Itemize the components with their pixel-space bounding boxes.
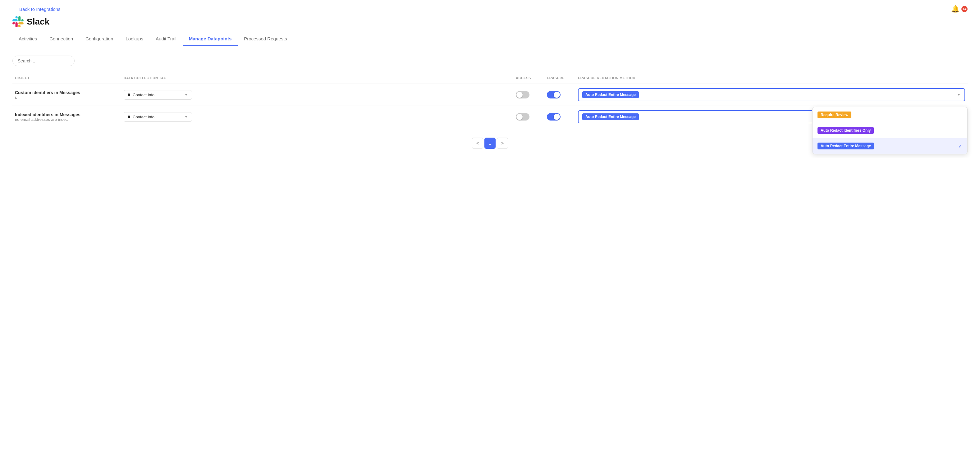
- row2-label: Indexed identifiers in Messages: [15, 112, 119, 117]
- logo-text: Slack: [27, 17, 49, 27]
- row1-access-toggle-knob: [516, 92, 523, 98]
- col-header-tag: DATA COLLECTION TAG: [121, 76, 513, 80]
- row1-erasure-method-cell: Auto Redact Entire Message ▼ Require Rev…: [576, 88, 967, 101]
- row2-object: Indexed identifiers in Messages nd email…: [13, 112, 121, 122]
- tab-configuration[interactable]: Configuration: [79, 32, 119, 46]
- row1-object: Custom identifiers in Messages r.: [13, 90, 121, 100]
- dropdown-option-auto-redact-identifiers[interactable]: Auto Redact Identifiers Only: [813, 123, 967, 138]
- row2-tag-chevron-icon: ▼: [184, 114, 188, 119]
- row1-erasure-toggle-knob: [554, 92, 560, 98]
- logo-area: Slack: [0, 13, 980, 32]
- notification-area: 🔔 14: [951, 5, 967, 13]
- row2-tag-dropdown[interactable]: Contact Info ▼: [124, 112, 192, 122]
- dropdown-option-auto-redact-message[interactable]: Auto Redact Entire Message ✓: [813, 138, 967, 154]
- tab-activities[interactable]: Activities: [13, 32, 43, 46]
- row1-tag-dropdown[interactable]: Contact Info ▼: [124, 90, 192, 100]
- col-header-access: ACCESS: [513, 76, 544, 80]
- tag-dot-icon: [128, 94, 130, 96]
- row1-access-cell: [513, 91, 544, 99]
- row2-erasure-toggle-knob: [554, 114, 560, 120]
- col-header-erasure-method: ERASURE REDACTION METHOD: [576, 76, 967, 80]
- slack-logo-icon: [13, 16, 24, 27]
- row1-tag-chevron-icon: ▼: [184, 92, 188, 97]
- main-content: OBJECT DATA COLLECTION TAG ACCESS ERASUR…: [0, 46, 980, 158]
- row2-erasure-cell: [544, 113, 576, 121]
- option-badge-auto-redact-message: Auto Redact Entire Message: [818, 143, 874, 149]
- search-input[interactable]: [13, 56, 75, 66]
- row2-access-toggle-knob: [516, 114, 523, 120]
- row1-erasure-chevron-icon: ▼: [957, 92, 961, 97]
- col-header-erasure: ERASURE: [544, 76, 576, 80]
- row1-tag-cell: Contact Info ▼: [121, 90, 513, 100]
- tab-manage-datapoints[interactable]: Manage Datapoints: [183, 32, 238, 46]
- row2-desc: nd email addresses are indexed sep.: [15, 117, 71, 122]
- option-badge-require-review: Require Review: [818, 111, 851, 118]
- option-selected-check-icon: ✓: [958, 143, 962, 149]
- tab-connection[interactable]: Connection: [43, 32, 79, 46]
- col-header-object: OBJECT: [13, 76, 121, 80]
- dropdown-option-require-review[interactable]: Require Review: [813, 107, 967, 123]
- back-link-label: Back to Integrations: [19, 6, 60, 12]
- table-header: OBJECT DATA COLLECTION TAG ACCESS ERASUR…: [13, 74, 967, 82]
- row1-erasure-label: Auto Redact Entire Message: [582, 91, 639, 98]
- row1-erasure-toggle[interactable]: [547, 91, 560, 99]
- back-arrow-icon: ←: [13, 6, 18, 12]
- row2-tag-dot-icon: [128, 116, 130, 118]
- option-badge-auto-redact-identifiers: Auto Redact Identifiers Only: [818, 127, 874, 134]
- bell-icon: 🔔: [951, 5, 959, 13]
- row2-erasure-label: Auto Redact Entire Message: [582, 113, 639, 120]
- row1-erasure-cell: [544, 91, 576, 99]
- tab-lookups[interactable]: Lookups: [119, 32, 150, 46]
- table-row: Custom identifiers in Messages r. Contac…: [13, 84, 967, 106]
- erasure-dropdown-menu: Require Review Auto Redact Identifiers O…: [812, 107, 967, 154]
- pagination-page-1-button[interactable]: 1: [484, 138, 496, 149]
- notification-badge: 14: [961, 6, 967, 12]
- row2-access-cell: [513, 113, 544, 121]
- nav-tabs: Activities Connection Configuration Look…: [0, 32, 980, 46]
- pagination-next-button[interactable]: >: [497, 138, 508, 149]
- back-to-integrations-link[interactable]: ← Back to Integrations: [13, 6, 60, 12]
- row1-access-toggle[interactable]: [516, 91, 530, 99]
- row2-tag-label: Contact Info: [133, 114, 182, 119]
- row2-tag-cell: Contact Info ▼: [121, 112, 513, 122]
- row2-erasure-toggle[interactable]: [547, 113, 560, 121]
- tab-processed-requests[interactable]: Processed Requests: [238, 32, 293, 46]
- row1-tag-label: Contact Info: [133, 92, 182, 97]
- row1-erasure-select[interactable]: Auto Redact Entire Message ▼: [578, 88, 965, 101]
- row1-label: Custom identifiers in Messages: [15, 90, 119, 95]
- row2-access-toggle[interactable]: [516, 113, 530, 121]
- row1-desc: r.: [15, 95, 71, 100]
- pagination-prev-button[interactable]: <: [472, 138, 483, 149]
- tab-audit-trail[interactable]: Audit Trail: [150, 32, 183, 46]
